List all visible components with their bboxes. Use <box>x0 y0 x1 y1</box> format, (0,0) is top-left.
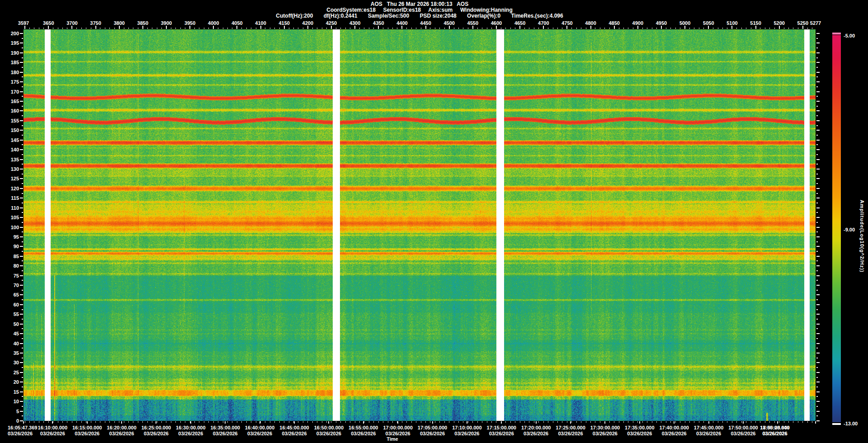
time-axis-label-date: 03/26/2026 <box>314 431 344 437</box>
freq-axis-tick-right <box>816 38 818 39</box>
freq-axis-tick-left <box>22 154 23 155</box>
time-axis-minor-tick <box>171 421 171 423</box>
time-axis-label: 16:20:00.00003/26/2026 <box>107 425 136 437</box>
time-axis-minor-tick <box>656 421 657 423</box>
record-axis-tick <box>444 28 445 29</box>
record-axis-tick <box>359 28 360 29</box>
time-axis-minor-tick <box>336 421 336 423</box>
record-axis-tick <box>468 28 468 29</box>
record-axis-label: 3750 <box>90 20 101 26</box>
time-axis-label-time: 17:50:00.000 <box>728 425 758 431</box>
record-axis-tick <box>95 26 96 29</box>
record-axis-tick <box>694 28 694 29</box>
freq-axis-tick-left <box>20 353 23 353</box>
freq-axis-tick-left <box>22 290 23 291</box>
record-axis-tick <box>76 28 77 29</box>
freq-axis-tick-left <box>22 415 23 416</box>
freq-axis-label: 40 <box>4 341 19 346</box>
freq-axis-tick-right <box>816 52 820 53</box>
record-axis-tick <box>666 28 666 29</box>
freq-axis-label: 150 <box>4 127 19 133</box>
time-axis-minor-tick <box>251 421 251 423</box>
time-axis-minor-tick <box>779 421 779 423</box>
time-axis-minor-tick <box>128 421 129 423</box>
record-axis-tick <box>642 28 643 29</box>
freq-axis-tick-left <box>20 314 23 315</box>
time-axis-minor-tick <box>458 421 459 423</box>
time-axis-minor-tick <box>689 421 690 423</box>
freq-axis-tick-left <box>22 183 23 184</box>
record-axis-label: 5100 <box>726 20 737 26</box>
record-axis-label: 4050 <box>231 20 242 26</box>
time-axis-major-tick <box>674 421 675 424</box>
time-axis-label-time: 17:40:00.000 <box>659 425 689 431</box>
freq-axis-label: 185 <box>4 60 19 65</box>
freq-axis-tick-left <box>20 411 23 412</box>
time-axis-minor-tick <box>256 421 256 423</box>
time-axis-minor-tick <box>637 421 638 423</box>
time-axis-minor-tick <box>746 421 746 423</box>
freq-axis-tick-left <box>22 280 23 281</box>
time-axis-minor-tick <box>699 421 699 423</box>
freq-axis-tick-right <box>816 217 820 218</box>
freq-axis-label: 60 <box>4 302 19 307</box>
freq-axis-tick-left <box>22 358 23 358</box>
record-axis-tick <box>491 28 492 29</box>
time-axis-major-tick <box>777 421 778 424</box>
time-axis-major-tick <box>743 421 744 424</box>
freq-axis-tick-right <box>816 115 818 116</box>
time-axis-minor-tick <box>543 421 544 423</box>
record-axis-label: 5277 <box>810 20 821 26</box>
time-axis-minor-tick <box>661 421 661 423</box>
freq-axis-tick-left <box>22 319 23 320</box>
freq-axis-tick-left <box>20 198 23 198</box>
time-axis-minor-tick <box>388 421 388 423</box>
time-axis-label: 17:00:00.00003/26/2026 <box>383 425 412 437</box>
freq-axis-tick-left <box>20 72 23 73</box>
time-axis-minor-tick <box>600 421 600 423</box>
time-axis-minor-tick <box>751 421 751 423</box>
freq-axis-tick-right <box>816 396 818 397</box>
freq-axis-tick-left <box>22 222 23 223</box>
record-axis-tick <box>557 28 558 29</box>
time-axis-minor-tick <box>345 421 346 423</box>
time-axis-minor-tick <box>223 421 223 423</box>
freq-axis-tick-left <box>22 212 23 213</box>
freq-axis-tick-left <box>20 275 23 276</box>
aos-spectrogram-screen: AOS Thu 26 Mar 2026 18:00:13 AOS CoordSy… <box>0 0 868 443</box>
record-axis-tick <box>354 26 355 29</box>
record-axis-tick <box>312 28 313 29</box>
record-axis-tick <box>543 26 544 29</box>
freq-axis-tick-right <box>816 67 818 68</box>
time-axis-minor-tick <box>477 421 478 423</box>
record-axis-tick <box>218 28 218 29</box>
record-axis-tick <box>628 28 628 29</box>
record-axis-tick <box>204 28 204 29</box>
freq-axis-label: 85 <box>4 254 19 259</box>
record-axis-tick <box>232 28 232 29</box>
time-axis-label: 18:00:28.64903/26/2026 <box>760 425 789 437</box>
time-axis-minor-tick <box>157 421 157 423</box>
spectrogram-plot[interactable] <box>24 29 816 421</box>
record-axis-label: 4000 <box>208 20 219 26</box>
record-axis-label: 4350 <box>373 20 384 26</box>
time-axis-minor-tick <box>628 421 628 423</box>
time-axis-minor-tick <box>553 421 553 423</box>
freq-axis-tick-left <box>22 76 23 77</box>
record-axis-label: 4650 <box>514 20 525 26</box>
time-axis-label-time: 17:35:00.000 <box>625 425 654 431</box>
time-axis-label-date: 03/26/2026 <box>210 431 240 437</box>
time-axis-minor-tick <box>270 421 270 423</box>
time-axis-major-tick <box>52 421 53 424</box>
freq-axis-tick-right <box>816 319 818 320</box>
time-axis-minor-tick <box>241 421 242 423</box>
record-axis-tick <box>246 28 247 29</box>
record-axis-label: 4300 <box>349 20 360 26</box>
freq-axis-label: 30 <box>4 360 19 365</box>
record-axis-label: 3597 <box>18 20 29 26</box>
time-axis-minor-tick <box>43 421 44 423</box>
record-axis-tick <box>425 26 426 29</box>
time-axis-label-date: 03/26/2026 <box>279 431 309 437</box>
time-axis-minor-tick <box>798 421 798 423</box>
freq-axis-tick-right <box>816 328 818 329</box>
